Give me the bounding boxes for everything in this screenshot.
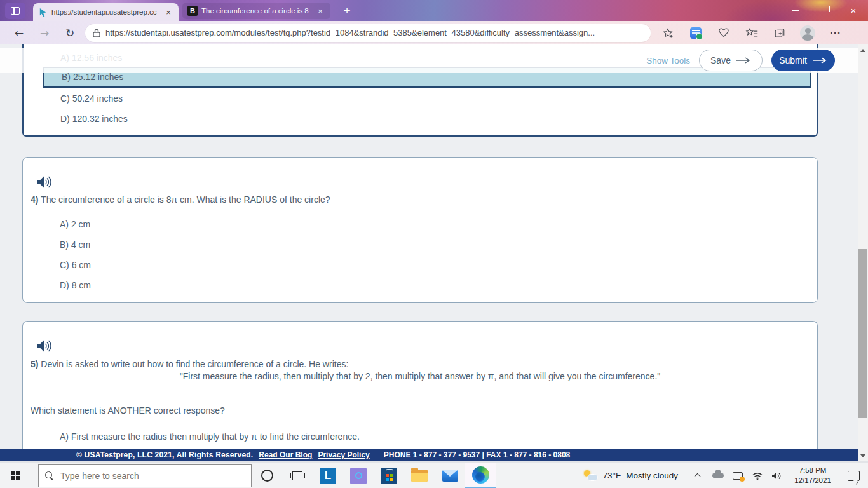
ellipsis-icon: ··· [830, 27, 841, 38]
answer-option-c[interactable]: C) 50.24 inches [60, 93, 123, 104]
taskbar-search[interactable] [38, 464, 252, 487]
url-text: https://studentapi.usatestprep.com/modul… [105, 28, 595, 37]
new-tab-button[interactable]: + [339, 3, 355, 18]
tray-overflow-button[interactable] [688, 463, 708, 488]
profile-avatar [800, 25, 815, 41]
scrollbar-thumb[interactable] [858, 249, 867, 418]
clock-time: 7:58 PM [787, 466, 839, 476]
password-monitor-button[interactable] [685, 27, 707, 39]
weather-widget[interactable]: 73°F Mostly cloudy [573, 470, 688, 481]
collections-icon [774, 27, 785, 39]
restore-icon [822, 8, 827, 13]
forward-button[interactable]: → [32, 27, 57, 39]
minimize-button[interactable] [780, 0, 810, 20]
cortana-icon [261, 470, 273, 482]
favorites-list-icon [745, 27, 758, 38]
search-icon [45, 471, 54, 480]
arrow-right-icon [812, 57, 827, 64]
window-controls: × [780, 0, 868, 20]
cortana-button[interactable] [252, 463, 282, 488]
save-label: Save [710, 55, 731, 65]
submit-button[interactable]: Submit [771, 50, 835, 71]
tab-actions-button[interactable] [5, 3, 25, 19]
speaker-icon[interactable] [36, 339, 52, 353]
weather-condition: Mostly cloudy [626, 471, 678, 480]
chevron-up-icon [693, 473, 700, 480]
tab-title: https://studentapi.usatestprep.cc [51, 8, 159, 16]
b-favicon-icon: B [187, 6, 198, 16]
answer-option-a[interactable]: A) 2 cm [60, 219, 90, 229]
more-menu-button[interactable]: ··· [825, 27, 846, 38]
scroll-down-button[interactable] [858, 451, 868, 460]
browser-titlebar: https://studentapi.usatestprep.cc × B Th… [0, 0, 868, 21]
page-scrollbar[interactable] [858, 44, 868, 461]
restore-button[interactable] [810, 0, 839, 20]
microsoft-store-icon [381, 468, 397, 484]
answer-option-b[interactable]: B) 4 cm [60, 240, 90, 250]
action-center-button[interactable] [839, 463, 868, 488]
privacy-link[interactable]: Privacy Policy [318, 451, 369, 459]
collections-button[interactable] [769, 27, 790, 39]
back-button[interactable]: ← [6, 27, 32, 39]
tab-title: The circumference of a circle is 8 [201, 7, 311, 15]
answer-option-d[interactable]: D) 8 cm [60, 280, 91, 290]
site-footer: © USATestprep, LLC 2021, All Rights Rese… [0, 449, 858, 461]
close-button[interactable]: × [839, 0, 868, 20]
star-add-icon [662, 27, 674, 39]
windows-logo-icon [11, 471, 20, 480]
save-button[interactable]: Save [699, 50, 763, 71]
folder-icon [411, 470, 428, 482]
browser-tab-inactive[interactable]: B The circumference of a circle is 8 × [182, 3, 330, 19]
browser-essentials-button[interactable] [713, 27, 735, 38]
screen: https://studentapi.usatestprep.cc × B Th… [0, 0, 868, 488]
scroll-up-button[interactable] [858, 46, 868, 55]
question-number: 5) [31, 359, 38, 369]
favorite-add-button[interactable] [657, 27, 679, 39]
answer-option-a[interactable]: A) First measure the radius then multipl… [60, 431, 360, 442]
workspaces-icon [11, 7, 20, 15]
speaker-icon[interactable] [36, 175, 52, 189]
screen-alert-icon [733, 472, 743, 480]
onedrive-button[interactable] [708, 463, 728, 488]
show-tools-link[interactable]: Show Tools [646, 56, 690, 65]
network-button[interactable] [747, 463, 767, 488]
edge-icon [472, 466, 489, 484]
purple-app-button[interactable] [343, 463, 374, 488]
submit-label: Submit [779, 55, 807, 65]
task-view-button[interactable] [282, 463, 313, 488]
start-button[interactable] [0, 463, 31, 488]
tab-close-button[interactable]: × [315, 6, 325, 16]
browser-tab-active[interactable]: https://studentapi.usatestprep.cc × [33, 3, 179, 21]
action-center-icon [848, 471, 860, 481]
question-prompt: Which statement is ANOTHER correct respo… [31, 405, 225, 416]
display-notification-button[interactable] [728, 463, 747, 488]
mail-button[interactable] [435, 463, 465, 488]
toolbar-icons: ··· [657, 25, 846, 41]
blog-link[interactable]: Read Our Blog [259, 451, 312, 459]
search-input[interactable] [60, 471, 245, 481]
weather-icon [583, 470, 598, 481]
volume-button[interactable] [767, 463, 787, 488]
tab-close-button[interactable]: × [163, 8, 173, 17]
profile-button[interactable] [797, 25, 818, 41]
cloud-icon [712, 473, 724, 478]
question-text: 5) Devin is asked to write out how to fi… [31, 359, 348, 369]
answer-option-d[interactable]: D) 120.32 inches [60, 114, 128, 124]
clock-widget[interactable]: 7:58 PM 12/17/2021 [787, 466, 839, 485]
answer-option-c[interactable]: C) 6 cm [60, 260, 91, 270]
quiz-page: A) 12.56 inches B) 25.12 inches C) 50.24… [0, 44, 858, 461]
question-number: 4) [31, 194, 38, 205]
minimize-icon [792, 10, 799, 11]
lock-icon [93, 29, 100, 37]
reload-button[interactable]: ↻ [57, 27, 83, 39]
l-app-button[interactable]: L [313, 463, 343, 488]
favorites-button[interactable] [741, 27, 763, 38]
address-bar[interactable]: https://studentapi.usatestprep.com/modul… [85, 24, 651, 42]
edge-button-active[interactable] [465, 463, 496, 488]
arrow-right-icon [736, 57, 751, 64]
store-button[interactable] [374, 463, 404, 488]
weather-temp: 73°F [603, 471, 621, 480]
file-explorer-button[interactable] [404, 463, 435, 488]
browser-toolbar: ← → ↻ https://studentapi.usatestprep.com… [0, 21, 868, 44]
password-monitor-icon [690, 27, 702, 39]
